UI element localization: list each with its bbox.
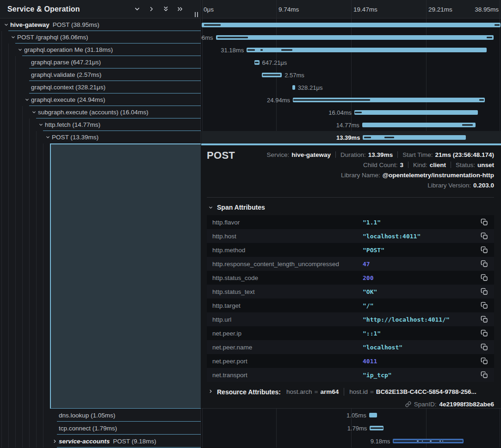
copy-icon[interactable]	[481, 371, 488, 379]
span-bar[interactable]	[202, 23, 501, 27]
span-tree-row[interactable]: POST /graphql (36.06ms)	[0, 31, 201, 44]
timeline-row[interactable]: 13.39ms	[201, 131, 501, 143]
timeline-row[interactable]: 328.21μs	[201, 81, 501, 93]
meta-label: Library Version:	[427, 182, 471, 189]
timeline-row[interactable]: 14.77ms	[201, 118, 501, 131]
span-bar[interactable]	[393, 439, 464, 443]
copy-icon[interactable]	[481, 260, 488, 268]
separator	[397, 151, 398, 158]
indent-guide	[36, 143, 37, 409]
tick-label: 0μs	[204, 6, 214, 12]
indent-guide	[22, 106, 23, 118]
span-tree-row[interactable]: POST (13.39ms)	[0, 131, 201, 143]
span-attributes-toggle[interactable]: Span Attributes	[208, 204, 494, 211]
span-bar[interactable]	[216, 35, 494, 40]
chevron-down-icon[interactable]	[11, 34, 17, 41]
span-bar[interactable]	[262, 73, 282, 77]
span-bar[interactable]	[292, 85, 295, 90]
span-tree-row[interactable]: graphql.context (328.21μs)	[0, 81, 201, 93]
copy-icon[interactable]	[481, 246, 488, 254]
expand-one-icon[interactable]	[148, 6, 155, 12]
copy-icon[interactable]	[481, 288, 488, 295]
copy-icon[interactable]	[481, 316, 488, 323]
gridline	[351, 0, 352, 18]
duration-label: 1.79ms	[347, 425, 367, 432]
duration-label: 24.94ms	[267, 96, 290, 103]
span-attributes-heading: Span Attributes	[217, 204, 265, 211]
span-bar[interactable]	[369, 413, 377, 417]
span-bar[interactable]	[363, 135, 466, 140]
attribute-key: net.peer.ip	[212, 330, 241, 337]
indent-guide	[29, 422, 30, 435]
span-tree-row[interactable]: tcp.connect (1.79ms)	[0, 422, 201, 435]
span-bar[interactable]	[370, 426, 383, 430]
span-tree-row[interactable]: service-accountsPOST (9.18ms)	[0, 435, 201, 448]
span-bar[interactable]	[293, 98, 485, 102]
span-bar[interactable]	[254, 60, 260, 65]
timeline-row[interactable]: 9.18ms	[201, 435, 501, 448]
span-tree-row[interactable]: graphql.validate (2.57ms)	[0, 68, 201, 81]
link-icon[interactable]	[405, 401, 411, 407]
panel-title: Service & Operation	[7, 5, 134, 13]
span-bar[interactable]	[354, 110, 478, 115]
expand-all-icon[interactable]	[177, 6, 184, 12]
service-name: hive-gateway	[10, 21, 49, 28]
timeline-row[interactable]: 1.05ms	[201, 409, 501, 422]
span-tree-row[interactable]: graphql.operation Me (31.18ms)	[0, 44, 201, 56]
timeline-row[interactable]: 2.57ms	[201, 68, 501, 81]
chevron-down-icon[interactable]	[45, 134, 52, 141]
chevron-down-icon[interactable]	[25, 97, 31, 103]
indent-guide	[8, 68, 9, 81]
duration-label: 1.05ms	[346, 412, 366, 419]
span-tree-row[interactable]: graphql.execute (24.94ms)	[0, 93, 201, 106]
span-tree-row[interactable]: subgraph.execute (accounts) (16.04ms)	[0, 106, 201, 118]
collapse-one-icon[interactable]	[134, 6, 141, 12]
span-tree-bottom: dns.lookup (1.05ms)tcp.connect (1.79ms)s…	[0, 409, 201, 448]
indent-spacer	[52, 425, 59, 431]
operation-label: POST /graphql (36.06ms)	[17, 34, 88, 41]
timeline-row[interactable]: 36.06ms	[201, 31, 501, 44]
chevron-down-icon[interactable]	[18, 47, 24, 53]
child-span-mark	[371, 428, 383, 429]
chevron-down-icon[interactable]	[4, 22, 10, 28]
copy-icon[interactable]	[481, 330, 488, 337]
timeline-row[interactable]: 1.79ms	[201, 422, 501, 435]
span-bar[interactable]	[247, 48, 487, 52]
span-tree-row[interactable]: graphql.parse (647.21μs)	[0, 56, 201, 68]
indent-guide	[8, 435, 9, 448]
separator	[344, 388, 344, 396]
copy-icon[interactable]	[481, 232, 488, 240]
resource-attributes-row[interactable]: Resource Attributes:host.arch=arm64host.…	[208, 388, 494, 396]
span-tree-row[interactable]: http.fetch (14.77ms)	[0, 118, 201, 131]
duration-label: 328.21μs	[298, 84, 323, 91]
copy-icon[interactable]	[481, 218, 488, 226]
left-panel-header: Service & Operation	[0, 0, 200, 19]
indent-guide	[43, 143, 43, 409]
copy-icon[interactable]	[481, 357, 488, 365]
child-span-mark	[355, 112, 362, 113]
copy-icon[interactable]	[481, 274, 488, 281]
equals-sign: =	[314, 388, 318, 395]
copy-icon[interactable]	[481, 343, 488, 351]
child-span-mark	[422, 441, 423, 442]
attribute-value: "::1"	[363, 330, 381, 337]
collapse-all-icon[interactable]	[162, 6, 169, 12]
indent-guide	[15, 93, 16, 106]
timeline-row[interactable]: 16.04ms	[201, 106, 501, 118]
panel-resize-handle[interactable]	[195, 12, 198, 17]
timeline-row[interactable]: 647.21μs	[201, 56, 501, 68]
chevron-down-icon[interactable]	[38, 122, 45, 128]
timeline-row[interactable]: 24.94ms	[201, 93, 501, 106]
gridline	[426, 0, 427, 18]
copy-icon[interactable]	[481, 302, 488, 309]
span-tree-row[interactable]: hive-gatewayPOST (38.95ms)	[0, 19, 201, 31]
indent-guide	[15, 143, 16, 409]
timeline-row[interactable]: 38.95ms	[201, 19, 501, 31]
attribute-key: http.response_content_length_uncompresse…	[212, 261, 339, 268]
span-tree-row[interactable]: dns.lookup (1.05ms)	[0, 409, 201, 422]
span-bar[interactable]	[362, 123, 476, 127]
chevron-down-icon[interactable]	[31, 109, 38, 116]
meta-line: Child Count:3Kind:clientStatus:unset	[266, 160, 494, 170]
timeline-row[interactable]: 31.18ms	[201, 44, 501, 56]
chevron-right-icon[interactable]	[52, 438, 59, 444]
